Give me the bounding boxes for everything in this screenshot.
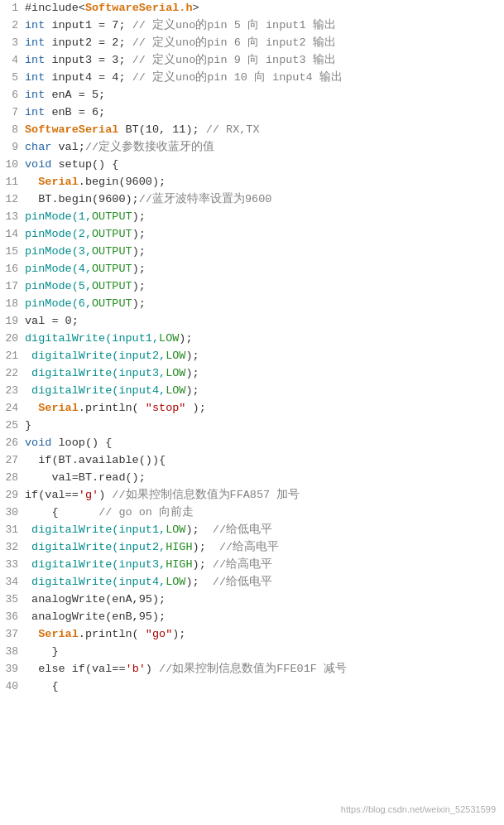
line-content: { // go on 向前走 xyxy=(25,504,501,522)
line-number: 12 xyxy=(0,191,25,208)
code-segment: //如果控制信息数值为FFA857 加号 xyxy=(112,489,300,501)
line-content: if(val=='g') //如果控制信息数值为FFA857 加号 xyxy=(25,487,501,504)
line-content: void setup() { xyxy=(25,157,501,174)
code-segment: ); xyxy=(172,628,185,640)
line-content: Serial.println( "stop" ); xyxy=(25,400,501,417)
line-content: digitalWrite(input2,HIGH); //给高电平 xyxy=(25,539,501,557)
code-segment: // 定义uno的pin 6 向 input2 输出 xyxy=(132,36,336,49)
code-line: 16pinMode(4,OUTPUT); xyxy=(0,261,504,278)
code-segment: HIGH xyxy=(166,541,192,553)
code-segment: else if(val== xyxy=(25,663,126,675)
code-segment: void xyxy=(25,437,51,449)
code-segment: ); xyxy=(185,350,199,362)
code-segment: ); xyxy=(185,576,212,588)
code-segment: input1 = 7; xyxy=(45,19,132,31)
code-segment: val; xyxy=(51,141,85,153)
code-segment: ) xyxy=(98,489,112,501)
code-segment: pinMode(1, xyxy=(25,210,92,223)
line-content: digitalWrite(input1,LOW); //给低电平 xyxy=(25,522,501,539)
line-content: val=BT.read(); xyxy=(25,470,501,487)
code-segment: input3 = 3; xyxy=(45,54,132,66)
line-number: 33 xyxy=(0,557,25,573)
code-line: 23 digitalWrite(input4,LOW); xyxy=(0,383,504,400)
code-line: 26void loop() { xyxy=(0,435,504,452)
line-content: digitalWrite(input4,LOW); xyxy=(25,383,501,400)
code-segment: val = 0; xyxy=(25,315,79,327)
code-segment: HIGH xyxy=(166,558,192,571)
line-number: 3 xyxy=(0,35,25,51)
line-number: 6 xyxy=(0,87,25,104)
code-line: 9char val;//定义参数接收蓝牙的值 xyxy=(0,139,504,157)
code-line: 8SoftwareSerial BT(10, 11); // RX,TX xyxy=(0,122,504,139)
line-number: 35 xyxy=(0,591,25,608)
code-line: 17pinMode(5,OUTPUT); xyxy=(0,278,504,296)
code-line: 1#include<SoftwareSerial.h> xyxy=(0,0,504,17)
line-content: SoftwareSerial BT(10, 11); // RX,TX xyxy=(25,122,501,139)
code-segment: pinMode(6, xyxy=(25,297,92,310)
line-content: Serial.println( "go"); xyxy=(25,626,501,644)
code-line: 2int input1 = 7; // 定义uno的pin 5 向 input1… xyxy=(0,17,504,35)
code-segment: SoftwareSerial xyxy=(25,123,118,136)
code-segment: digitalWrite(input4, xyxy=(25,576,166,588)
code-segment: //定义参数接收蓝牙的值 xyxy=(85,141,214,153)
code-segment: pinMode(2, xyxy=(25,228,92,240)
line-content: } xyxy=(25,417,501,435)
code-segment: OUTPUT xyxy=(92,280,132,292)
code-line: 15pinMode(3,OUTPUT); xyxy=(0,244,504,261)
line-content: digitalWrite(input2,LOW); xyxy=(25,348,501,365)
code-segment: .println( xyxy=(79,628,146,640)
code-segment: ); xyxy=(132,228,146,240)
line-number: 39 xyxy=(0,661,25,678)
code-line: 12 BT.begin(9600);//蓝牙波特率设置为9600 xyxy=(0,191,504,209)
line-content: } xyxy=(25,644,501,661)
code-segment: //给高电平 xyxy=(219,541,279,553)
code-segment: OUTPUT xyxy=(92,210,132,223)
code-segment: //给低电平 xyxy=(213,523,272,536)
line-number: 14 xyxy=(0,226,25,243)
line-content: { xyxy=(25,678,501,696)
line-number: 32 xyxy=(0,539,25,556)
line-number: 7 xyxy=(0,104,25,121)
code-segment: loop() { xyxy=(51,437,112,449)
line-content: else if(val=='b') //如果控制信息数值为FFE01F 减号 xyxy=(25,661,501,678)
code-segment xyxy=(25,628,38,640)
code-segment: Serial xyxy=(38,176,79,188)
code-segment: digitalWrite(input3, xyxy=(25,367,166,379)
code-segment: OUTPUT xyxy=(92,245,132,258)
code-segment: analogWrite(enA,95); xyxy=(25,593,166,605)
line-content: analogWrite(enA,95); xyxy=(25,591,501,609)
line-number: 28 xyxy=(0,470,25,486)
code-segment: LOW xyxy=(166,384,185,397)
line-content: int input4 = 4; // 定义uno的pin 10 向 input4… xyxy=(25,70,501,87)
line-content: val = 0; xyxy=(25,313,501,330)
code-line: 19val = 0; xyxy=(0,313,504,330)
code-line: 24 Serial.println( "stop" ); xyxy=(0,400,504,417)
code-segment: val=BT.read(); xyxy=(25,471,146,484)
code-segment: enB = 6; xyxy=(45,106,105,118)
code-segment: Serial xyxy=(38,628,79,640)
code-segment: int xyxy=(25,106,45,118)
code-segment: ); xyxy=(185,384,199,397)
line-number: 38 xyxy=(0,644,25,660)
code-line: 27 if(BT.available()){ xyxy=(0,452,504,470)
code-segment: OUTPUT xyxy=(92,263,132,275)
code-line: 29if(val=='g') //如果控制信息数值为FFA857 加号 xyxy=(0,487,504,504)
code-segment: //蓝牙波特率设置为9600 xyxy=(139,193,272,205)
line-number: 15 xyxy=(0,244,25,260)
code-segment: input2 = 2; xyxy=(45,36,132,49)
line-content: digitalWrite(input1,LOW); xyxy=(25,330,501,348)
code-line: 35 analogWrite(enA,95); xyxy=(0,591,504,609)
code-segment: digitalWrite(input1, xyxy=(25,332,159,345)
line-content: pinMode(1,OUTPUT); xyxy=(25,209,501,226)
code-segment: //给高电平 xyxy=(213,558,272,571)
line-content: pinMode(6,OUTPUT); xyxy=(25,296,501,313)
line-content: void loop() { xyxy=(25,435,501,452)
code-segment: // go on 向前走 xyxy=(98,506,194,519)
code-segment: digitalWrite(input1, xyxy=(25,523,166,536)
code-line: 10void setup() { xyxy=(0,157,504,174)
code-line: 38 } xyxy=(0,644,504,661)
code-segment: LOW xyxy=(159,332,179,345)
code-segment: // 定义uno的pin 5 向 input1 输出 xyxy=(132,19,336,31)
code-line: 22 digitalWrite(input3,LOW); xyxy=(0,365,504,383)
code-segment: // RX,TX xyxy=(206,123,260,136)
